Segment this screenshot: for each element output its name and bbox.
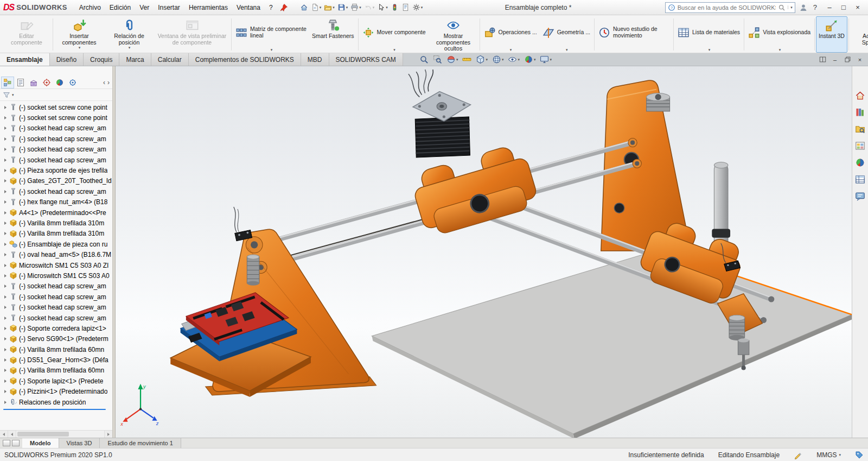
assembly-features-button[interactable]: Operaciones ... ▾	[481, 16, 540, 53]
pin-menu-icon[interactable]	[279, 3, 288, 12]
tab-list-icon[interactable]	[3, 440, 10, 446]
tree-item[interactable]: (-) socket head cap screw_am	[0, 186, 112, 197]
scroll-thumb[interactable]	[17, 432, 69, 437]
tree-item[interactable]: (-) socket head cap screw_am	[0, 144, 112, 155]
expand-arrow-icon[interactable]	[2, 285, 9, 288]
zoom-to-area-button[interactable]	[432, 54, 443, 65]
tree-item[interactable]: (-) Varilla 8mm trefilada 310m	[0, 229, 112, 239]
undo-button[interactable]: ▾	[363, 3, 376, 12]
tree-item[interactable]: (-) socket head cap screw_am	[0, 134, 112, 144]
idler-pulley-top[interactable]	[647, 93, 670, 111]
split-view-icon[interactable]	[12, 440, 20, 446]
tree-item[interactable]: (-) socket head cap screw_am	[0, 281, 112, 292]
expand-arrow-icon[interactable]	[2, 348, 9, 351]
dimxpertmanager-tab[interactable]	[40, 77, 53, 89]
tree-item[interactable]: (-) hex flange nut_am<4> (B18	[0, 197, 112, 207]
expand-arrow-icon[interactable]	[2, 222, 9, 225]
rollback-bar[interactable]	[3, 409, 106, 410]
save-button[interactable]: ▾	[336, 3, 349, 12]
tab-marca[interactable]: Marca	[119, 53, 151, 66]
solidworks-resources-tab[interactable]	[854, 89, 866, 101]
expand-arrow-icon[interactable]	[2, 264, 9, 267]
measure-button[interactable]	[461, 54, 473, 65]
linear-component-pattern-button[interactable]: Matriz de componente lineal ▾	[233, 16, 309, 53]
menu-help[interactable]: ?	[265, 2, 277, 13]
exploded-view-button[interactable]: Vista explosionada ▾	[745, 16, 813, 53]
scroll-track[interactable]	[16, 431, 104, 438]
expand-arrow-icon[interactable]	[2, 200, 9, 204]
expand-arrow-icon[interactable]	[2, 401, 9, 404]
tree-item[interactable]: (-) Soporte lapiz<1> (Predete	[0, 376, 112, 386]
bill-of-materials-button[interactable]: Lista de materiales ▾	[675, 16, 743, 53]
expand-arrow-icon[interactable]	[2, 380, 9, 383]
section-view-button[interactable]: ▾	[445, 54, 459, 65]
dropdown-arrow-icon[interactable]: ▾	[779, 48, 781, 52]
display-style-button[interactable]: ▾	[491, 54, 505, 65]
dropdown-arrow-icon[interactable]: ▾	[129, 46, 131, 49]
dropdown-arrow-icon[interactable]: ▾	[510, 48, 512, 52]
expand-arrow-icon[interactable]	[2, 358, 9, 362]
expand-arrow-icon[interactable]	[2, 106, 9, 109]
tab-ensamblaje[interactable]: Ensamblaje	[0, 53, 50, 66]
expand-arrow-icon[interactable]	[2, 317, 9, 320]
tree-item[interactable]: (-) Varilla 8mm trefilada 60mn	[0, 365, 112, 376]
tree-item[interactable]: (-) Pizzini<1> (Predeterminado	[0, 387, 112, 397]
appearances-scenes-tab[interactable]	[854, 156, 866, 168]
expand-arrow-icon[interactable]	[2, 179, 9, 182]
tree-item[interactable]: (-) Varilla 8mm trefilada 60mn	[0, 344, 112, 355]
tree-item[interactable]: (-) socket head cap screw_am	[0, 313, 112, 323]
rebuild-button[interactable]	[390, 3, 400, 12]
tree-item[interactable]: (-) Gates_2GT_20T_Toothed_Id	[0, 176, 112, 186]
displaymanager-tab[interactable]	[53, 77, 66, 89]
units-selector[interactable]: MMGS▾	[816, 451, 841, 459]
search-input[interactable]	[678, 4, 776, 11]
user-icon[interactable]	[799, 3, 808, 12]
expand-arrow-icon[interactable]	[2, 148, 9, 151]
tree-item[interactable]: (-) socket head cap screw_am	[0, 292, 112, 302]
configurationmanager-tab[interactable]	[27, 77, 40, 89]
home-button[interactable]	[299, 3, 309, 12]
tree-item[interactable]: Microswitch SM1 C5 S03 A0 ZI	[0, 260, 112, 270]
close-button[interactable]: ×	[851, 3, 865, 11]
tab-diseno[interactable]: Diseño	[50, 53, 84, 66]
panel-scroll-right[interactable]: ›	[107, 79, 110, 86]
options-button[interactable]: ▾	[411, 3, 424, 12]
help-button[interactable]: ?	[812, 3, 819, 11]
view-palette-tab[interactable]	[854, 140, 866, 151]
instant-3d-button[interactable]: Instant 3D	[816, 16, 847, 53]
menu-herramientas[interactable]: Herramientas	[184, 2, 232, 13]
cam-feature-tree-tab[interactable]	[66, 77, 79, 89]
new-document-button[interactable]: ▾	[310, 3, 323, 12]
tree-item[interactable]: A4<1> (Predeterminado<<Pre	[0, 207, 112, 218]
scroll-left-button-2[interactable]	[8, 431, 16, 438]
featuremanager-tab[interactable]	[1, 77, 14, 89]
dropdown-arrow-icon[interactable]: ▾	[709, 48, 711, 52]
3d-model-view[interactable]: y x z	[116, 66, 852, 438]
expand-arrow-icon[interactable]	[2, 369, 9, 372]
tags-icon[interactable]	[855, 451, 864, 459]
tree-item[interactable]: Relaciones de posición	[0, 397, 112, 407]
expand-arrow-icon[interactable]	[2, 232, 9, 235]
search-dropdown-icon[interactable]: ▾	[788, 5, 793, 9]
expand-arrow-icon[interactable]	[2, 337, 9, 340]
tree-item[interactable]: (-) Soporte corredera lapiz<1>	[0, 323, 112, 333]
view-orientation-button[interactable]: ▾	[475, 54, 489, 65]
menu-archivo[interactable]: Archivo	[75, 2, 105, 13]
expand-arrow-icon[interactable]	[2, 306, 9, 309]
show-hidden-components-button[interactable]: Mostrar componentes ocultos	[429, 16, 478, 53]
reference-geometry-button[interactable]: Geometría ... ▾	[540, 16, 593, 53]
tree-item[interactable]: (-) socket head cap screw_am	[0, 123, 112, 134]
design-library-tab[interactable]	[854, 106, 866, 118]
tree-item[interactable]: (-) DS51_Gear_Horn<3> (Défa	[0, 355, 112, 365]
mate-button[interactable]: Relación de posición ▾	[104, 16, 154, 53]
insert-components-button[interactable]: Insertar componentes ▾	[54, 16, 104, 53]
expand-arrow-icon[interactable]	[2, 116, 9, 119]
panel-tab-scroll-arrows[interactable]: ‹›	[103, 79, 111, 86]
expand-arrow-icon[interactable]	[2, 327, 9, 330]
custom-properties-tab[interactable]	[854, 173, 866, 185]
filter-icon[interactable]	[3, 91, 10, 99]
open-button[interactable]: ▾	[323, 3, 336, 12]
tree-item[interactable]: (-) Servo SG90<1> (Predeterm	[0, 334, 112, 344]
tab-complementos[interactable]: Complementos de SOLIDWORKS	[189, 53, 301, 66]
smart-fasteners-button[interactable]: Smart Fasteners	[309, 16, 357, 53]
